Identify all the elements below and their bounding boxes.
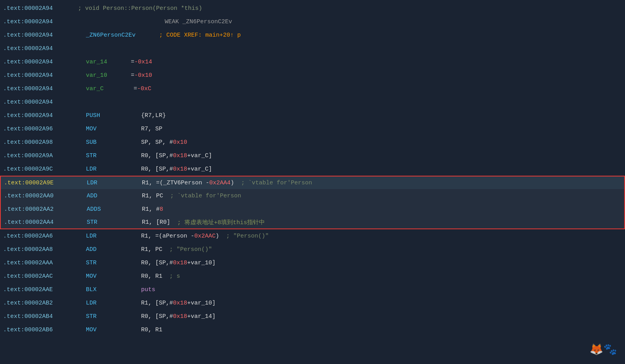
- addr-7: .text:00002A94: [3, 85, 78, 92]
- mnemonic-sub: SUB: [86, 139, 141, 146]
- comment-add2: ; "Person()": [162, 246, 212, 253]
- fn-label-zn6: _ZN6PersonC2Ev: [86, 32, 136, 39]
- line-str1: .text:00002A9A STR R0, [SP,#0x18+var_C]: [0, 149, 625, 162]
- line-varC: .text:00002A94 var_C = -0xC: [0, 82, 625, 95]
- operands-ldr3-post: ): [216, 233, 219, 240]
- mnemonic-adds: ADDS: [87, 206, 142, 213]
- var-14-val: -0x14: [134, 59, 152, 65]
- addr-ldr2: .text:00002A9E: [4, 180, 79, 186]
- line-ldr2-box: .text:00002A9E LDR R1, =(_ZTV6Person - 0…: [0, 176, 625, 189]
- line-add1-box: .text:00002AA0 ADD R1, PC ; `vtable for'…: [0, 189, 625, 202]
- operands-ldr4-post: +var_10]: [187, 300, 216, 306]
- addr-ldr1: .text:00002A9C: [3, 166, 78, 173]
- line-void-comment: .text:00002A94 ; void Person::Person(Per…: [0, 2, 625, 15]
- addr-push: .text:00002A94: [3, 112, 78, 119]
- mnemonic-blx: BLX: [86, 286, 141, 293]
- addr-5: .text:00002A94: [3, 59, 78, 65]
- mnemonic-ldr1: LDR: [86, 166, 141, 173]
- line-ldr4: .text:00002AB2 LDR R1, [SP,#0x18+var_10]: [0, 296, 625, 310]
- var-14-eq: =: [131, 59, 134, 65]
- line-var10: .text:00002A94 var_10 = -0x10: [0, 69, 625, 82]
- addr-mov1: .text:00002A96: [3, 126, 78, 132]
- comment-str2-chinese: ; 将虚表地址+8填到this指针中: [170, 219, 265, 226]
- mnemonic-push: PUSH: [86, 112, 141, 119]
- operands-sub-pre: SP, SP, #: [141, 139, 173, 146]
- addr-4: .text:00002A94: [3, 45, 78, 52]
- mnemonic-mov1: MOV: [86, 126, 141, 132]
- line-fn-label: .text:00002A94 _ZN6PersonC2Ev ; CODE XRE…: [0, 28, 625, 42]
- addr-adds: .text:00002AA2: [4, 206, 79, 213]
- operands-mov1: R7, SP: [141, 126, 162, 132]
- operands-ldr1-hex: 0x18: [173, 166, 187, 173]
- line-empty-1: .text:00002A94: [0, 42, 625, 55]
- addr-ldr4: .text:00002AB2: [3, 300, 78, 306]
- operands-ldr3-hex: 0x2AAC: [194, 233, 216, 240]
- var-C-eq: =: [134, 85, 137, 92]
- operands-ldr3-pre: R1, =(aPerson -: [141, 233, 194, 240]
- operands-str3-hex: 0x18: [173, 260, 187, 266]
- addr-3: .text:00002A94: [3, 32, 78, 39]
- mnemonic-mov2: MOV: [86, 273, 141, 280]
- operands-str4-pre: R0, [SP,#: [141, 313, 173, 320]
- var-10-label: var_10: [86, 72, 107, 79]
- operands-str2: R1, [R0]: [142, 219, 170, 226]
- line-mov3: .text:00002AB6 MOV R0, R1: [0, 323, 625, 336]
- mnemonic-add1: ADD: [87, 193, 142, 199]
- operands-adds-hex: 8: [160, 206, 163, 213]
- mnemonic-str3: STR: [86, 260, 141, 266]
- operands-sub-hex: 0x10: [173, 139, 187, 146]
- mnemonic-mov3: MOV: [86, 327, 141, 333]
- line-mov-r7sp: .text:00002A96 MOV R7, SP: [0, 122, 625, 136]
- var-14-label: var_14: [86, 59, 107, 65]
- addr-6: .text:00002A94: [3, 72, 78, 79]
- line-str4: .text:00002AB4 STR R0, [SP,#0x18+var_14]: [0, 310, 625, 323]
- mnemonic-str1: STR: [86, 152, 141, 159]
- operands-ldr1-post: +var_C]: [187, 166, 212, 173]
- addr-add2: .text:00002AA8: [3, 246, 78, 253]
- line-ldr3: .text:00002AA6 LDR R1, =(aPerson - 0x2AA…: [0, 229, 625, 243]
- var-10-val: -0x10: [134, 72, 152, 79]
- mnemonic-ldr4: LDR: [86, 300, 141, 306]
- comment-ldr2: ; `vtable for'Person: [234, 180, 312, 186]
- addr-blx: .text:00002AAE: [3, 286, 78, 293]
- addr-str2: .text:00002AA4: [4, 219, 79, 226]
- line-blx: .text:00002AAE BLX puts: [0, 283, 625, 296]
- code-view: .text:00002A94 ; void Person::Person(Per…: [0, 0, 625, 338]
- addr-str4: .text:00002AB4: [3, 313, 78, 320]
- operands-str3-post: +var_10]: [187, 260, 216, 266]
- line-adds-box: .text:00002AA2 ADDS R1, #8: [0, 202, 625, 216]
- operands-str1-hex: 0x18: [173, 152, 187, 159]
- operands-push: {R7,LR}: [141, 112, 166, 119]
- operands-str4-hex: 0x18: [173, 313, 187, 320]
- comment-add1: ; `vtable for'Person: [163, 193, 241, 199]
- operands-ldr2-hex: 0x2AA4: [209, 180, 231, 186]
- var-10-eq: =: [131, 72, 134, 79]
- operands-add2: R1, PC: [141, 246, 162, 253]
- mnemonic-str2: STR: [87, 219, 142, 226]
- comment-ldr3: ; "Person()": [219, 233, 269, 240]
- comment-void: ; void Person::Person(Person *this): [78, 5, 202, 12]
- operands-str1-pre: R0, [SP,#: [141, 152, 173, 159]
- mnemonic-add2: ADD: [86, 246, 141, 253]
- addr-str1: .text:00002A9A: [3, 152, 78, 159]
- operands-str4-post: +var_14]: [187, 313, 216, 320]
- operands-add1: R1, PC: [142, 193, 163, 199]
- line-str2-box: .text:00002AA4 STR R1, [R0] ; 将虚表地址+8填到t…: [0, 216, 625, 229]
- addr-mov3: .text:00002AB6: [3, 327, 78, 333]
- line-push: .text:00002A94 PUSH {R7,LR}: [0, 109, 625, 122]
- addr-1: .text:00002A94: [3, 5, 78, 12]
- addr-2: .text:00002A94: [3, 19, 78, 25]
- operands-ldr4-hex: 0x18: [173, 300, 187, 306]
- operands-str3-pre: R0, [SP,#: [141, 260, 173, 266]
- line-mov2: .text:00002AAC MOV R0, R1 ; s: [0, 269, 625, 283]
- var-C-val: -0xC: [137, 85, 151, 92]
- addr-8: .text:00002A94: [3, 99, 78, 106]
- addr-ldr3: .text:00002AA6: [3, 233, 78, 240]
- line-weak: .text:00002A94 WEAK _ZN6PersonC2Ev: [0, 15, 625, 28]
- mnemonic-ldr3: LDR: [86, 233, 141, 240]
- watermark: 🦊🐾: [590, 343, 617, 356]
- line-ldr1: .text:00002A9C LDR R0, [SP,#0x18+var_C]: [0, 162, 625, 176]
- weak-directive: WEAK _ZN6PersonC2Ev: [165, 19, 232, 25]
- operands-ldr2-pre: R1, =(_ZTV6Person -: [142, 180, 209, 186]
- addr-sub: .text:00002A98: [3, 139, 78, 146]
